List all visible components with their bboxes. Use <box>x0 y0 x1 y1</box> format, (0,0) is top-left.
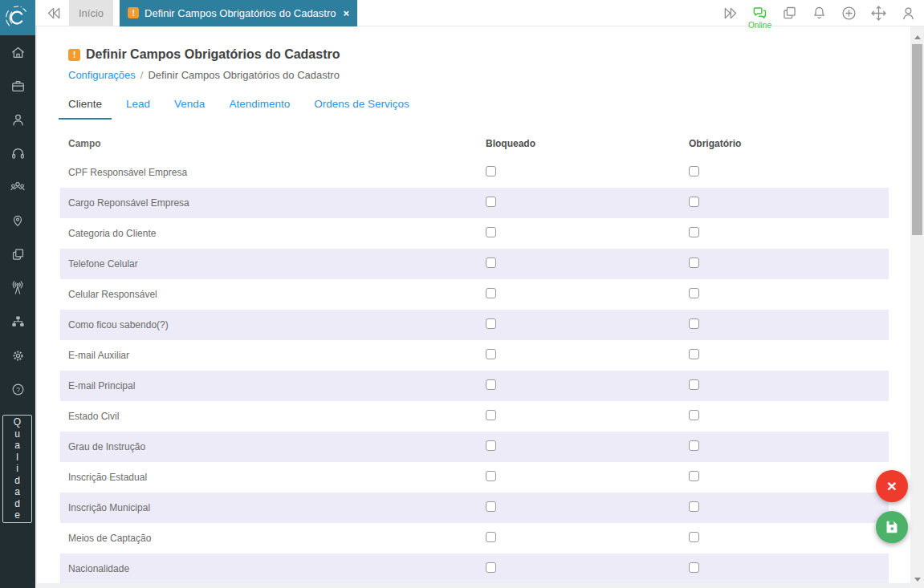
table-row: E-mail Auxiliar <box>60 340 889 371</box>
obrigatorio-cell <box>689 501 889 515</box>
bloqueado-checkbox[interactable] <box>486 562 496 573</box>
briefcase-icon <box>10 79 26 94</box>
tab-cliente[interactable]: Cliente <box>59 91 112 120</box>
tab-venda[interactable]: Venda <box>165 91 214 120</box>
obrigatorio-cell <box>689 531 889 545</box>
notifications-button[interactable] <box>810 4 828 22</box>
cancel-button[interactable]: × <box>876 470 908 502</box>
obrigatorio-checkbox[interactable] <box>689 501 699 512</box>
obrigatorio-checkbox[interactable] <box>689 440 699 451</box>
scroll-up-arrow[interactable] <box>914 35 921 39</box>
obrigatorio-checkbox[interactable] <box>689 227 699 237</box>
field-name: Categoria do Cliente <box>60 228 486 239</box>
obrigatorio-cell <box>689 257 889 271</box>
sidebar-item-help[interactable]: ? <box>0 372 35 406</box>
obrigatorio-checkbox[interactable] <box>689 532 699 542</box>
bloqueado-checkbox[interactable] <box>486 197 496 207</box>
fast-forward-button[interactable] <box>721 4 739 22</box>
sidebar-item-briefcase[interactable] <box>0 69 35 103</box>
sidebar-item-broadcast[interactable] <box>0 271 35 305</box>
close-tab-icon[interactable]: × <box>344 8 350 18</box>
obrigatorio-checkbox[interactable] <box>689 197 699 207</box>
sidebar-item-clients[interactable] <box>0 103 35 136</box>
obrigatorio-checkbox[interactable] <box>689 288 699 298</box>
bloqueado-checkbox[interactable] <box>486 258 496 268</box>
sidebar-item-team[interactable] <box>0 170 35 204</box>
breadcrumb: Configurações / Definir Campos Obrigatór… <box>68 69 910 81</box>
bloqueado-checkbox[interactable] <box>486 318 496 329</box>
tab-atendimento[interactable]: Atendimento <box>219 91 299 120</box>
qualidade-side-tab[interactable]: Qualidade <box>2 415 32 523</box>
obrigatorio-checkbox[interactable] <box>689 258 699 268</box>
bloqueado-cell <box>486 440 689 454</box>
move-button[interactable] <box>869 4 888 22</box>
obrigatorio-checkbox[interactable] <box>689 410 699 420</box>
bloqueado-checkbox[interactable] <box>486 471 496 481</box>
tab-definir-campos-label: Definir Campos Obrigatórios do Cadastro <box>145 7 336 19</box>
svg-text:?: ? <box>16 385 20 393</box>
headset-icon <box>10 146 26 161</box>
obrigatorio-checkbox[interactable] <box>689 349 699 359</box>
fields-table: Campo Bloqueado Obrigatório CPF Responsá… <box>60 130 889 584</box>
gear-icon <box>10 348 26 363</box>
tab-lead[interactable]: Lead <box>116 91 160 120</box>
save-button[interactable] <box>876 511 908 543</box>
tab-ordens-de-servicos[interactable]: Ordens de Serviços <box>304 91 419 120</box>
pages-icon <box>10 247 26 262</box>
obrigatorio-cell <box>689 348 889 363</box>
table-row: Como ficou sabendo(?) <box>60 310 889 340</box>
rewind-icon <box>46 5 63 22</box>
field-name: Como ficou sabendo(?) <box>60 319 486 330</box>
topbar-actions: Online <box>721 0 918 26</box>
bloqueado-cell <box>486 226 689 241</box>
bloqueado-checkbox[interactable] <box>486 379 496 390</box>
sidebar: ? Qualidade <box>0 35 35 588</box>
warning-icon: ! <box>68 49 80 61</box>
rewind-tabs-button[interactable] <box>46 5 63 22</box>
breadcrumb-configuracoes[interactable]: Configurações <box>68 69 136 81</box>
bloqueado-cell <box>486 165 689 180</box>
table-row: Categoria do Cliente <box>60 218 889 249</box>
help-icon: ? <box>10 382 26 397</box>
scrollbar-thumb[interactable] <box>912 44 922 235</box>
profile-button[interactable] <box>899 4 918 22</box>
sidebar-item-support[interactable] <box>0 136 35 170</box>
bloqueado-checkbox[interactable] <box>486 440 496 451</box>
bloqueado-cell <box>486 409 689 424</box>
obrigatorio-cell <box>689 470 889 485</box>
duplicate-button[interactable] <box>780 4 799 22</box>
bloqueado-checkbox[interactable] <box>486 410 496 420</box>
sidebar-item-locations[interactable] <box>0 204 35 237</box>
qualidade-letter: a <box>14 486 20 498</box>
sidebar-item-home[interactable] <box>0 35 35 69</box>
obrigatorio-checkbox[interactable] <box>689 318 699 329</box>
field-name: Inscrição Municipal <box>60 502 486 513</box>
bloqueado-checkbox[interactable] <box>486 349 496 359</box>
scroll-down-arrow[interactable] <box>914 578 921 582</box>
sidebar-item-documents[interactable] <box>0 237 35 271</box>
table-row: CPF Responsável Empresa <box>60 157 889 188</box>
sitemap-icon <box>10 314 26 330</box>
table-row: Inscrição Municipal <box>60 493 889 523</box>
tab-inicio[interactable]: Início <box>69 0 113 26</box>
bloqueado-checkbox[interactable] <box>486 501 496 512</box>
field-name: Telefone Celular <box>60 258 486 270</box>
bloqueado-checkbox[interactable] <box>486 166 496 176</box>
field-name: Nacionalidade <box>60 563 486 574</box>
obrigatorio-checkbox[interactable] <box>689 562 699 573</box>
top-tab-bar: Início ! Definir Campos Obrigatórios do … <box>35 0 924 26</box>
obrigatorio-checkbox[interactable] <box>689 166 699 176</box>
sidebar-item-hierarchy[interactable] <box>0 305 35 339</box>
obrigatorio-checkbox[interactable] <box>689 379 699 390</box>
chat-button[interactable]: Online <box>751 4 769 22</box>
close-icon: × <box>887 476 897 496</box>
bell-icon <box>811 5 828 22</box>
add-button[interactable] <box>840 4 858 22</box>
bloqueado-checkbox[interactable] <box>486 532 496 542</box>
table-row: E-mail Principal <box>60 371 889 401</box>
obrigatorio-checkbox[interactable] <box>689 471 699 481</box>
bloqueado-checkbox[interactable] <box>486 288 496 298</box>
tab-definir-campos[interactable]: ! Definir Campos Obrigatórios do Cadastr… <box>120 0 357 26</box>
sidebar-item-settings[interactable] <box>0 339 35 372</box>
bloqueado-checkbox[interactable] <box>486 227 496 237</box>
